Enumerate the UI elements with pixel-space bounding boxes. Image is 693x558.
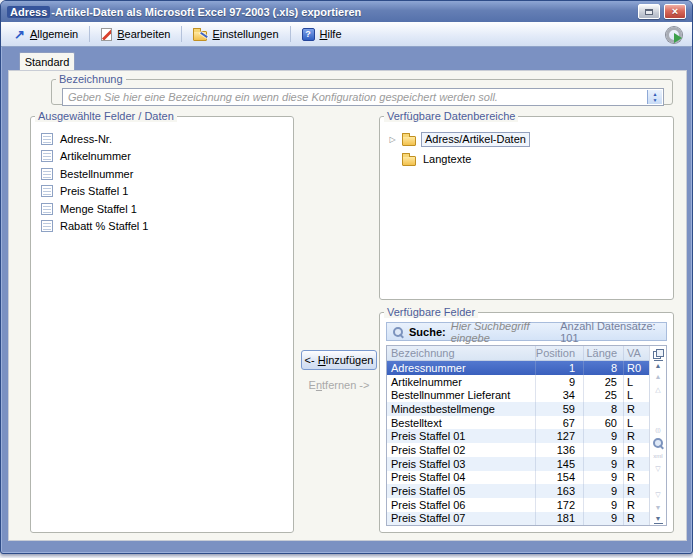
- table-row[interactable]: Preis Staffel 011279R: [387, 429, 649, 443]
- table-row[interactable]: Preis Staffel 021369R: [387, 443, 649, 457]
- table-row[interactable]: Adressnummer18R0: [387, 361, 649, 375]
- titlebar[interactable]: Adress-Artikel-Daten als Microsoft Excel…: [1, 1, 692, 22]
- cell-laenge: 8: [583, 402, 623, 416]
- cell-position: 136: [535, 443, 583, 457]
- toolbar-separator: [181, 26, 182, 42]
- list-item[interactable]: Bestellnummer: [41, 165, 293, 183]
- cell-position: 1: [535, 361, 583, 375]
- cell-laenge: 9: [583, 429, 623, 443]
- cell-position: 172: [535, 498, 583, 512]
- bezeichnung-combobox[interactable]: Geben Sie hier eine Bezeichnung ein wenn…: [62, 88, 664, 106]
- cell-va: R: [623, 457, 649, 471]
- list-item-label: Menge Staffel 1: [60, 203, 137, 215]
- list-item[interactable]: Preis Staffel 1: [41, 183, 293, 201]
- table-row[interactable]: Preis Staffel 071819R: [387, 512, 649, 526]
- bearbeiten-button[interactable]: Bearbeiten: [94, 26, 177, 43]
- tree-node-label: Adress/Artikel-Daten: [421, 132, 530, 147]
- search-label: Suche:: [409, 326, 446, 338]
- cell-bezeichnung: Bestelltext: [387, 417, 535, 429]
- table-row[interactable]: Bestelltext6760L: [387, 416, 649, 430]
- maximize-button[interactable]: [638, 4, 660, 19]
- move-up-icon[interactable]: ▲: [650, 371, 666, 381]
- cell-laenge: 9: [583, 471, 623, 485]
- selected-fields-list: Adress-Nr. Artikelnummer Bestellnummer P…: [31, 122, 293, 235]
- cell-va: R: [623, 484, 649, 498]
- settings-folder-icon: [193, 31, 207, 41]
- bezeichnung-group: Bezeichnung Geben Sie hier eine Bezeichn…: [51, 73, 673, 105]
- cell-position: 127: [535, 429, 583, 443]
- table-row[interactable]: Artikelnummer925L: [387, 375, 649, 389]
- allgemein-label: Allgemein: [30, 28, 78, 40]
- expander-icon[interactable]: ▷: [388, 135, 397, 144]
- cell-laenge: 8: [583, 361, 623, 375]
- cell-va: R: [623, 512, 649, 526]
- table-row[interactable]: Preis Staffel 031459R: [387, 457, 649, 471]
- column-header-position[interactable]: Position: [535, 346, 583, 360]
- field-grid-icon: [41, 150, 53, 162]
- column-width-icon[interactable]: (|): [650, 424, 666, 434]
- cell-bezeichnung: Artikelnummer: [387, 376, 535, 388]
- remove-button-disabled: Entfernen ->: [301, 379, 377, 391]
- folder-icon: [402, 156, 416, 166]
- tree-node-adress-artikel-daten[interactable]: ▷ Adress/Artikel-Daten: [388, 129, 673, 149]
- scroll-to-top-icon[interactable]: ▲: [650, 359, 666, 369]
- table-header[interactable]: Bezeichnung Position Länge VA: [387, 346, 649, 361]
- tree-node-label: Langtexte: [421, 153, 471, 165]
- tab-standard[interactable]: Standard: [19, 52, 75, 71]
- down-icon[interactable]: ▽: [650, 490, 666, 500]
- list-item[interactable]: Rabatt % Staffel 1: [41, 218, 293, 236]
- hilfe-button[interactable]: ? Hilfe: [295, 26, 349, 43]
- cell-position: 67: [535, 416, 583, 430]
- list-item[interactable]: Menge Staffel 1: [41, 200, 293, 218]
- cell-va: R: [623, 443, 649, 457]
- scroll-to-bottom-icon[interactable]: ▼: [650, 515, 666, 525]
- cell-bezeichnung: Preis Staffel 01: [387, 430, 535, 442]
- add-button[interactable]: <- Hinzufügen: [301, 350, 377, 370]
- folder-icon: [402, 136, 416, 146]
- dialog-content: Bezeichnung Geben Sie hier eine Bezeichn…: [8, 70, 687, 541]
- combobox-spinner[interactable]: ▲ ▼: [647, 90, 662, 104]
- list-item[interactable]: Artikelnummer: [41, 148, 293, 166]
- cell-va: R0: [623, 361, 649, 375]
- zoom-icon[interactable]: [650, 437, 666, 449]
- bearbeiten-label: Bearbeiten: [117, 28, 170, 40]
- cell-position: 154: [535, 471, 583, 485]
- search-icon: [392, 326, 404, 338]
- table-row[interactable]: Preis Staffel 041549R: [387, 471, 649, 485]
- close-button[interactable]: ×: [664, 4, 686, 19]
- filter-icon[interactable]: ▽: [650, 463, 666, 473]
- table-row[interactable]: Preis Staffel 061729R: [387, 498, 649, 512]
- bezeichnung-group-label: Bezeichnung: [56, 73, 126, 85]
- einstellungen-button[interactable]: Einstellungen: [186, 26, 285, 43]
- field-grid-icon: [41, 203, 53, 215]
- copy-columns-icon[interactable]: [653, 349, 663, 359]
- toolbar-separator: [89, 26, 90, 42]
- table-row[interactable]: Mindestbestellmenge598R: [387, 402, 649, 416]
- list-item-label: Rabatt % Staffel 1: [60, 220, 148, 232]
- cell-laenge: 9: [583, 498, 623, 512]
- run-export-button[interactable]: [661, 25, 686, 44]
- up-icon[interactable]: △: [650, 384, 666, 394]
- table-row[interactable]: Bestellnummer Lieferant3425L: [387, 388, 649, 402]
- list-item[interactable]: Adress-Nr.: [41, 130, 293, 148]
- export-dialog-window: Adress-Artikel-Daten als Microsoft Excel…: [0, 0, 693, 554]
- column-header-laenge[interactable]: Länge: [583, 346, 623, 360]
- cell-laenge: 25: [583, 375, 623, 389]
- list-item-label: Preis Staffel 1: [60, 185, 128, 197]
- move-down-icon[interactable]: ▼: [650, 502, 666, 512]
- cell-position: 145: [535, 457, 583, 471]
- cell-va: L: [623, 388, 649, 402]
- cell-laenge: 9: [583, 512, 623, 526]
- magnifier-glyph: [652, 437, 664, 449]
- tree-node-langtexte[interactable]: Langtexte: [388, 149, 673, 169]
- table-row[interactable]: Preis Staffel 051639R: [387, 484, 649, 498]
- bezeichnung-placeholder: Geben Sie hier eine Bezeichnung ein wenn…: [68, 91, 498, 103]
- help-icon: ?: [302, 28, 315, 41]
- field-grid-icon: [41, 220, 53, 232]
- column-header-va[interactable]: VA: [623, 346, 649, 360]
- list-item-label: Adress-Nr.: [60, 133, 112, 145]
- column-header-bezeichnung[interactable]: Bezeichnung: [387, 347, 535, 359]
- search-bar[interactable]: Suche: Hier Suchbegriff eingebe Anzahl D…: [386, 322, 667, 341]
- xml-icon[interactable]: xml: [650, 451, 666, 461]
- allgemein-button[interactable]: ↗ Allgemein: [7, 26, 85, 43]
